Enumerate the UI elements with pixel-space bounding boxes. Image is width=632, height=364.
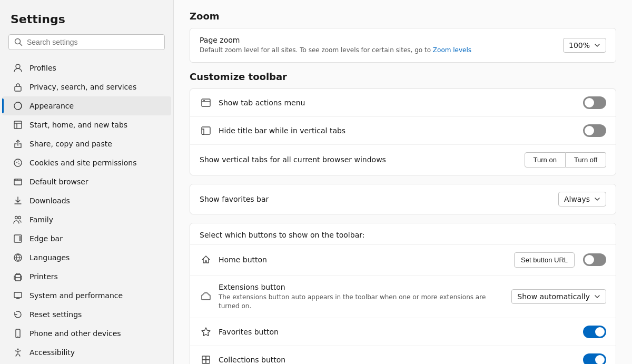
customize-toolbar-title: Customize toolbar (190, 71, 616, 82)
show-vertical-tabs-row: Show vertical tabs for all current brows… (190, 145, 616, 175)
sidebar-item-default-browser[interactable]: Default browser (2, 172, 171, 191)
page-zoom-content: Page zoom Default zoom level for all sit… (200, 36, 557, 55)
sidebar-item-cookies[interactable]: Cookies and site permissions (2, 153, 171, 172)
sidebar-item-cookies-label: Cookies and site permissions (29, 159, 137, 167)
search-icon (14, 38, 23, 46)
show-favorites-bar-label: Show favorites bar (200, 195, 552, 203)
sidebar-item-privacy-label: Privacy, search, and services (29, 83, 136, 91)
svg-point-8 (18, 163, 19, 164)
extensions-value: Show automatically (517, 292, 590, 301)
svg-rect-27 (206, 356, 210, 360)
sidebar-item-accessibility-label: Accessibility (29, 348, 75, 357)
sidebar-item-phone[interactable]: Phone and other devices (2, 324, 171, 343)
sidebar-item-phone-label: Phone and other devices (29, 329, 121, 338)
sidebar-item-default-browser-label: Default browser (29, 178, 88, 186)
show-favorites-bar-content: Show favorites bar (200, 195, 552, 203)
svg-rect-18 (16, 273, 19, 274)
home-button-row: Home button Set button URL (190, 245, 616, 276)
home-button-content: Home button (219, 255, 508, 264)
zoom-value: 100% (569, 41, 590, 50)
sidebar-item-languages-label: Languages (29, 253, 70, 262)
search-box[interactable] (8, 34, 165, 50)
browser-icon (13, 176, 23, 187)
toolbar-card: Show tab actions menu Hide title bar whi… (190, 88, 616, 175)
favorites-button-row: Favorites button (190, 318, 616, 346)
svg-point-11 (15, 180, 16, 181)
home-button-icon (200, 253, 212, 266)
home-button-label: Home button (219, 255, 508, 264)
turn-off-button[interactable]: Turn off (566, 152, 606, 168)
search-input[interactable] (27, 38, 159, 46)
person-icon (13, 63, 23, 73)
share-icon (13, 139, 23, 149)
svg-point-9 (18, 161, 18, 161)
sidebar-item-languages[interactable]: Languages (2, 248, 171, 267)
vertical-tabs-btn-group: Turn on Turn off (525, 152, 606, 168)
zoom-card: Page zoom Default zoom level for all sit… (190, 28, 616, 63)
sidebar-item-privacy[interactable]: Privacy, search, and services (2, 77, 171, 96)
phone-icon (13, 328, 23, 339)
family-icon (13, 214, 23, 225)
home-button-toggle[interactable] (583, 253, 606, 266)
home-button-toggle-slider (583, 253, 606, 266)
toolbar-buttons-card: Select which buttons to show on the tool… (190, 223, 616, 364)
svg-point-13 (15, 217, 18, 219)
favorites-button-toggle[interactable] (583, 326, 606, 338)
collections-button-row: Collections button (190, 346, 616, 364)
languages-icon (13, 252, 23, 263)
page-zoom-title: Page zoom (200, 36, 557, 44)
show-vertical-tabs-label: Show vertical tabs for all current brows… (200, 155, 518, 164)
favorites-button-content: Favorites button (219, 328, 577, 336)
sidebar-item-system[interactable]: System and performance (2, 286, 171, 305)
lock-icon (13, 82, 23, 92)
extensions-button-label: Extensions button (219, 283, 505, 291)
sidebar-item-reset[interactable]: Reset settings (2, 305, 171, 324)
sidebar-item-accessibility[interactable]: Accessibility (2, 343, 171, 362)
appearance-icon (13, 101, 23, 111)
accessibility-icon (13, 347, 23, 358)
show-tab-actions-content: Show tab actions menu (219, 99, 577, 107)
page-zoom-subtitle: Default zoom level for all sites. To see… (200, 46, 557, 55)
zoom-dropdown-wrapper: 100% (563, 38, 606, 53)
sidebar-item-appearance-label: Appearance (29, 102, 74, 110)
collections-button-icon (200, 353, 212, 364)
svg-rect-26 (202, 356, 206, 360)
show-tab-actions-toggle[interactable] (583, 96, 606, 109)
collections-button-toggle[interactable] (583, 353, 606, 364)
sidebar-title: Settings (0, 8, 173, 34)
zoom-levels-link[interactable]: Zoom levels (433, 46, 471, 54)
sidebar-item-downloads[interactable]: Downloads (2, 191, 171, 210)
zoom-dropdown[interactable]: 100% (563, 38, 606, 53)
extensions-dropdown[interactable]: Show automatically (511, 289, 606, 304)
sidebar-item-share[interactable]: Share, copy and paste (2, 134, 171, 153)
extensions-button-subtitle: The extensions button auto appears in th… (219, 293, 505, 311)
sidebar-item-about[interactable]: About Microsoft Edge (2, 362, 171, 364)
page-zoom-row: Page zoom Default zoom level for all sit… (190, 28, 616, 62)
sidebar-item-edge-bar[interactable]: Edge bar (2, 229, 171, 248)
svg-point-14 (18, 217, 21, 219)
svg-point-21 (17, 336, 18, 337)
sidebar-item-start-home[interactable]: Start, home, and new tabs (2, 115, 171, 134)
collections-button-content: Collections button (219, 356, 577, 364)
svg-point-12 (17, 180, 18, 181)
collections-button-toggle-slider (583, 353, 606, 364)
sidebar-item-printers[interactable]: Printers (2, 267, 171, 286)
hide-title-bar-row: Hide title bar while in vertical tabs (190, 117, 616, 145)
reset-icon (13, 309, 23, 320)
set-button-url-button[interactable]: Set button URL (514, 252, 575, 268)
select-buttons-header: Select which buttons to show on the tool… (190, 223, 616, 245)
svg-rect-3 (15, 86, 21, 91)
favorites-bar-dropdown[interactable]: Always (558, 192, 606, 206)
sidebar-item-profiles[interactable]: Profiles (2, 58, 171, 77)
turn-on-button[interactable]: Turn on (525, 152, 566, 168)
sidebar: Settings Profiles Privacy, search, and s… (0, 0, 174, 364)
favorites-button-icon (200, 326, 212, 338)
svg-line-1 (20, 44, 22, 46)
hide-title-bar-toggle[interactable] (583, 124, 606, 137)
show-tab-actions-label: Show tab actions menu (219, 99, 577, 107)
sidebar-item-appearance[interactable]: Appearance (2, 96, 171, 115)
chevron-down-icon-3 (594, 293, 600, 300)
sidebar-item-family[interactable]: Family (2, 210, 171, 229)
sidebar-item-reset-label: Reset settings (29, 310, 82, 319)
svg-rect-10 (14, 179, 22, 185)
